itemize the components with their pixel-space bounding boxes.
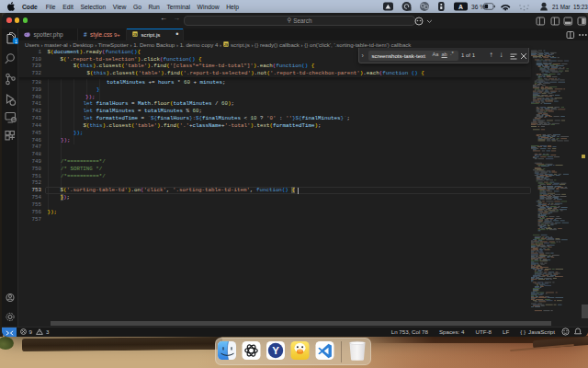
svg-text:Y: Y bbox=[272, 344, 279, 355]
svg-text:1: 1 bbox=[15, 38, 17, 43]
svg-text:36 %: 36 % bbox=[471, 4, 485, 10]
svg-text:21 Mar 15:23: 21 Mar 15:23 bbox=[552, 4, 588, 10]
svg-text:A: A bbox=[458, 4, 463, 10]
svg-text:JS: JS bbox=[224, 43, 229, 47]
svg-text:JS: JS bbox=[133, 32, 138, 37]
